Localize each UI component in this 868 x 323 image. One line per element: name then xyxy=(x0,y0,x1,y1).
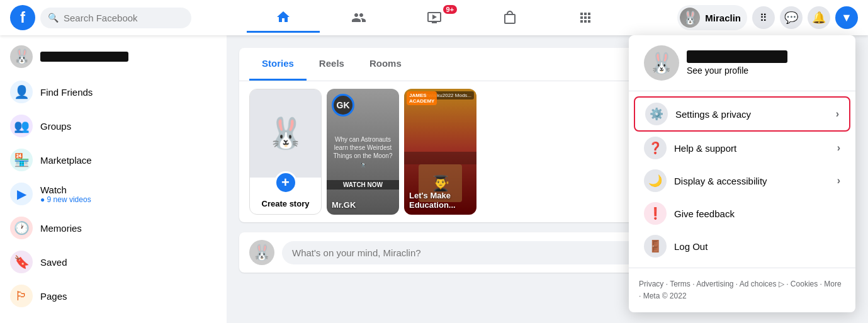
sidebar-label-watch: Watch xyxy=(40,184,91,195)
sidebar-item-saved[interactable]: 🔖 Saved xyxy=(5,246,222,278)
dropdown-label-settings: Settings & privacy xyxy=(675,109,828,120)
watch-badge: 9+ xyxy=(443,5,458,14)
saved-icon: 🔖 xyxy=(10,251,33,273)
create-story-bottom: + Create story xyxy=(250,178,321,208)
dropdown-profile-name-block xyxy=(687,50,787,63)
create-story-label: Create story xyxy=(259,199,312,208)
dropdown-label-help: Help & support xyxy=(674,143,830,154)
stories-tabs: Stories Reels Rooms xyxy=(239,48,655,81)
logout-icon: 🚪 xyxy=(644,235,667,258)
dropdown-item-help[interactable]: ❓ Help & support › xyxy=(634,132,850,164)
sidebar-profile[interactable]: 🐰 xyxy=(5,40,222,73)
marketplace-icon: 🏪 xyxy=(10,149,33,171)
dropdown-divider-1 xyxy=(629,91,855,91)
dropdown-label-feedback: Give feedback xyxy=(674,208,840,219)
sidebar-item-marketplace[interactable]: 🏪 Marketplace xyxy=(5,144,222,176)
sidebar-label-groups: Groups xyxy=(40,121,71,132)
find-friends-icon: 👤 xyxy=(10,81,33,103)
create-story-image: 🐰 xyxy=(250,89,321,178)
dropdown-label-logout: Log Out xyxy=(674,241,840,252)
sidebar-label-marketplace: Marketplace xyxy=(40,155,92,166)
user-name-label: Miraclin xyxy=(705,13,741,23)
dropdown-profile-row[interactable]: 🐰 See your profile xyxy=(634,40,850,86)
nav-right: 🐰 Miraclin ⠿ 💬 🔔 ▼ xyxy=(677,5,858,30)
nav-groups-button[interactable] xyxy=(549,3,622,33)
sidebar-profile-name xyxy=(40,52,128,62)
stories-section: Stories Reels Rooms 🐰 + Create story Why… xyxy=(239,48,655,222)
watch-sublabel: ● 9 new videos xyxy=(40,195,91,204)
dropdown-item-feedback[interactable]: ❗ Give feedback xyxy=(634,197,850,230)
post-box: 🐰 xyxy=(239,232,655,273)
dropdown-avatar: 🐰 xyxy=(644,45,679,81)
dropdown-footer: Privacy · Terms · Advertising · Ad choic… xyxy=(629,273,855,307)
dropdown-see-profile: See your profile xyxy=(687,65,787,76)
settings-icon: ⚙️ xyxy=(645,103,668,125)
watch-icon: ▶ xyxy=(10,183,33,205)
pages-icon: 🏳 xyxy=(10,285,33,307)
nav-home-button[interactable] xyxy=(247,3,320,33)
left-sidebar: 🐰 👤 Find Friends 👥 Groups 🏪 Marketplace … xyxy=(0,35,227,323)
sidebar-label-saved: Saved xyxy=(40,257,67,268)
sidebar-item-memories[interactable]: 🕐 Memories xyxy=(5,212,222,244)
tab-stories[interactable]: Stories xyxy=(249,48,307,81)
sidebar-label-find-friends: Find Friends xyxy=(40,87,93,98)
facebook-logo[interactable]: f xyxy=(10,5,35,30)
help-icon: ❓ xyxy=(644,137,667,159)
chevron-right-icon-settings: › xyxy=(836,108,839,120)
story-avatar-mrgk: GK xyxy=(332,94,354,116)
sidebar-item-pages[interactable]: 🏳 Pages xyxy=(5,280,222,312)
search-bar[interactable]: 🔍 xyxy=(40,8,191,28)
dropdown-item-display[interactable]: 🌙 Display & accessibility › xyxy=(634,164,850,197)
tab-rooms[interactable]: Rooms xyxy=(357,48,414,81)
sidebar-item-find-friends[interactable]: 👤 Find Friends xyxy=(5,76,222,108)
story-card-education[interactable]: #AduThalaiku2022 Mods... 👨‍🎓 JAMESACADEM… xyxy=(404,89,476,215)
memories-icon: 🕐 xyxy=(10,217,33,239)
dropdown-divider-2 xyxy=(629,268,855,268)
sidebar-avatar: 🐰 xyxy=(10,45,33,68)
groups-icon: 👥 xyxy=(10,115,33,137)
stories-grid: 🐰 + Create story Why can Astronauts lear… xyxy=(239,81,655,222)
post-avatar: 🐰 xyxy=(249,240,274,265)
account-menu-button[interactable]: ▼ xyxy=(835,6,858,29)
feedback-icon: ❗ xyxy=(644,202,667,225)
tab-reels[interactable]: Reels xyxy=(307,48,357,81)
story-label-education: Let's Make Education... xyxy=(404,191,476,210)
dropdown-item-logout[interactable]: 🚪 Log Out xyxy=(634,230,850,263)
nav-watch-button[interactable]: 9+ xyxy=(398,3,471,33)
apps-grid-button[interactable]: ⠿ xyxy=(752,6,775,29)
story-label-mrgk: Mr.GK xyxy=(327,200,399,210)
dropdown-profile-info: See your profile xyxy=(687,50,787,76)
chevron-right-icon-display: › xyxy=(837,175,840,186)
account-dropdown: 🐰 See your profile ⚙️ Settings & privacy… xyxy=(629,35,855,312)
story-card-mrgk[interactable]: Why can Astronauts learn these Weirdest … xyxy=(327,89,399,215)
dropdown-label-display: Display & accessibility xyxy=(674,176,830,186)
sidebar-item-watch[interactable]: ▶ Watch ● 9 new videos xyxy=(5,178,222,210)
post-input[interactable] xyxy=(282,241,645,264)
nav-marketplace-button[interactable] xyxy=(473,3,546,33)
search-input[interactable] xyxy=(64,13,184,23)
search-icon: 🔍 xyxy=(48,13,59,23)
dropdown-item-settings[interactable]: ⚙️ Settings & privacy › xyxy=(634,96,850,132)
plus-icon: + xyxy=(274,171,297,194)
create-story-card[interactable]: 🐰 + Create story xyxy=(249,89,322,215)
messenger-button[interactable]: 💬 xyxy=(780,6,803,29)
avatar: 🐰 xyxy=(680,8,700,28)
notifications-button[interactable]: 🔔 xyxy=(808,6,830,29)
display-icon: 🌙 xyxy=(644,169,667,192)
main-content: Stories Reels Rooms 🐰 + Create story Why… xyxy=(227,35,667,285)
sidebar-label-pages: Pages xyxy=(40,291,67,302)
user-profile-button[interactable]: 🐰 Miraclin xyxy=(677,5,747,30)
sidebar-item-groups[interactable]: 👥 Groups xyxy=(5,110,222,142)
sidebar-label-memories: Memories xyxy=(40,223,82,234)
chevron-right-icon-help: › xyxy=(837,142,840,154)
nav-center: 9+ xyxy=(191,3,677,33)
watch-now-badge: WATCH NOW xyxy=(327,180,399,190)
nav-friends-button[interactable] xyxy=(322,3,395,33)
top-navigation: f 🔍 9+ 🐰 Miraclin xyxy=(0,0,868,35)
